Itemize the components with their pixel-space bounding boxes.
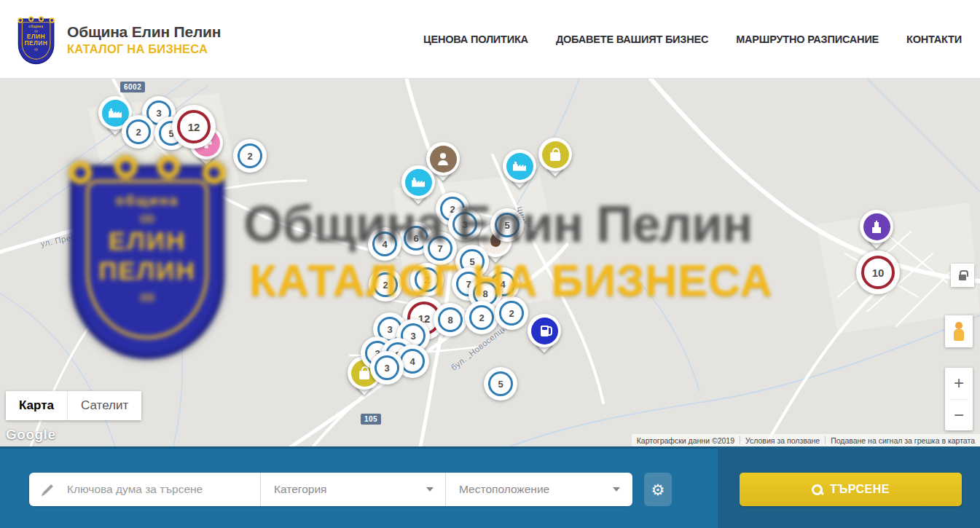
attribution-report-link[interactable]: Подаване на сигнал за грешка в картата	[826, 436, 980, 445]
advanced-settings-button[interactable]: ⚙	[644, 473, 672, 506]
nav-item-pricing[interactable]: ЦЕНОВА ПОЛИТИКА	[423, 34, 528, 45]
main-nav: ЦЕНОВА ПОЛИТИКА ДОБАВЕТЕ ВАШИЯТ БИЗНЕС М…	[423, 0, 962, 79]
factory-icon	[412, 178, 425, 187]
header: община ∞ ЕЛИН ПЕЛИН ∞ Община Елин Пелин …	[0, 0, 980, 79]
nav-item-route-schedule[interactable]: МАРШРУТНО РАЗПИСАНИЕ	[736, 34, 879, 45]
lock-button[interactable]	[951, 264, 974, 287]
marker-cluster[interactable]: 8	[434, 303, 467, 336]
marker-pin-church[interactable]	[860, 210, 893, 253]
chevron-down-icon	[426, 487, 434, 492]
marker-cluster[interactable]: 10	[856, 251, 900, 294]
crest-shield: община ∞ ЕЛИН ПЕЛИН ∞	[18, 19, 55, 65]
lock-icon	[959, 275, 966, 280]
marker-cluster[interactable]: 2	[369, 268, 402, 302]
bag-icon	[359, 371, 369, 379]
pencil-icon	[43, 484, 53, 494]
gear-icon: ⚙	[651, 482, 665, 497]
marker-cluster[interactable]: 12	[172, 105, 216, 149]
chevron-down-icon	[613, 487, 620, 492]
attribution-terms-link[interactable]: Условия за ползване	[740, 436, 825, 445]
street-label: ул. Преслав	[40, 229, 91, 248]
marker-pin-factory[interactable]	[401, 165, 435, 209]
map-type-map-button[interactable]: Карта	[6, 391, 67, 420]
marker-cluster[interactable]: 3	[370, 351, 404, 385]
map-canvas[interactable]: 325122235647522748128223338435106002105у…	[0, 79, 980, 446]
nav-item-add-business[interactable]: ДОБАВЕТЕ ВАШИЯТ БИЗНЕС	[556, 34, 708, 45]
church-icon	[871, 221, 882, 233]
site-subtitle: КАТАЛОГ НА БИЗНЕСА	[67, 42, 221, 56]
zoom-in-button[interactable]: +	[945, 368, 973, 399]
site-logo[interactable]: община ∞ ЕЛИН ПЕЛИН ∞ Община Елин Пелин …	[16, 15, 221, 63]
marker-cluster[interactable]: 2	[233, 139, 267, 173]
search-box: Категория Местоположение	[29, 473, 632, 506]
map-type-satellite-button[interactable]: Сателит	[67, 391, 141, 420]
marker-cluster[interactable]: 5	[484, 367, 517, 401]
marker-cluster[interactable]: 2	[495, 296, 528, 330]
marker-cluster[interactable]: 5	[490, 208, 524, 242]
search-icon	[812, 484, 823, 495]
marker-pin-fuel[interactable]	[528, 314, 561, 358]
road-shield-label: 105	[361, 414, 381, 425]
fuel-icon	[541, 326, 549, 336]
attribution-data: Картографски данни ©2019	[632, 436, 740, 445]
keyword-field-wrap	[29, 473, 261, 506]
road-shield-label: 6002	[120, 82, 145, 92]
search-submit-button[interactable]: ТЪРСЕНЕ	[740, 473, 962, 506]
marker-cluster[interactable]: 4	[368, 227, 401, 261]
marker-pin-factory[interactable]	[503, 149, 536, 193]
marker-pin-bag[interactable]	[538, 138, 572, 181]
worker-icon	[437, 153, 449, 165]
bag-icon	[550, 152, 560, 161]
zoom-out-button[interactable]: −	[945, 400, 973, 431]
marker-cluster[interactable]: 7	[423, 232, 457, 265]
site-title: Община Елин Пелин	[67, 23, 221, 41]
location-select[interactable]: Местоположение	[446, 473, 632, 506]
marker-cluster[interactable]: 2	[122, 115, 155, 149]
marker-cluster[interactable]: 2	[410, 263, 444, 296]
pegman-button[interactable]	[945, 315, 973, 347]
marker-cluster[interactable]: 2	[465, 301, 498, 334]
markers-layer: 325122235647522748128223338435106002105у…	[0, 79, 980, 446]
zoom-control: + −	[945, 368, 973, 430]
category-select[interactable]: Категория	[261, 473, 446, 506]
google-logo[interactable]: Google	[6, 427, 55, 443]
factory-icon	[109, 109, 122, 118]
pegman-icon	[952, 322, 965, 341]
municipality-crest-icon: община ∞ ЕЛИН ПЕЛИН ∞	[16, 15, 57, 63]
marker-cluster[interactable]: 3	[448, 208, 482, 241]
factory-icon	[513, 162, 526, 171]
nav-item-contacts[interactable]: КОНТАКТИ	[906, 34, 962, 45]
keyword-input[interactable]	[67, 483, 235, 496]
search-bar: Категория Местоположение ⚙ ТЪРСЕНЕ	[0, 446, 980, 528]
map-attribution: Картографски данни ©2019 Условия за полз…	[632, 434, 980, 446]
map-type-control: Карта Сателит	[6, 391, 141, 420]
